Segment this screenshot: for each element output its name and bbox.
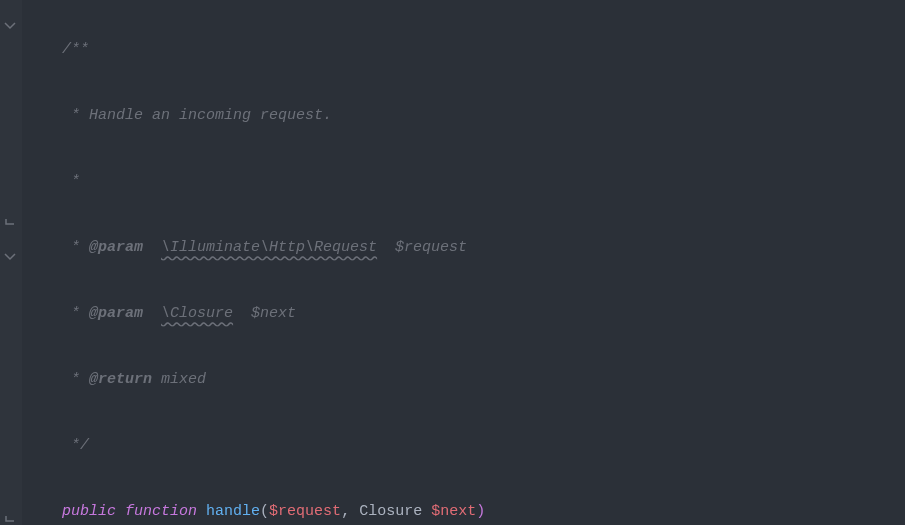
code-line[interactable]: /** [26, 33, 905, 66]
phpdoc-var: $next [251, 305, 296, 322]
code-line[interactable]: * Handle an incoming request. [26, 99, 905, 132]
code-line[interactable]: */ [26, 429, 905, 462]
docblock-summary: Handle an incoming request. [89, 107, 332, 124]
phpdoc-return-tag: @return [89, 371, 152, 388]
phpdoc-return-type: mixed [161, 371, 206, 388]
phpdoc-type: \Closure [161, 305, 233, 322]
fold-end-icon [4, 491, 16, 503]
code-editor[interactable]: /** * Handle an incoming request. * * @p… [0, 0, 905, 525]
code-line[interactable]: public function handle($request, Closure… [26, 495, 905, 525]
code-line[interactable]: * @param \Closure $next [26, 297, 905, 330]
paren-close: ) [476, 503, 485, 520]
phpdoc-param-tag: @param [89, 239, 143, 256]
code-line[interactable]: * @param \Illuminate\Http\Request $reque… [26, 231, 905, 264]
phpdoc-type: \Illuminate\Http\Request [161, 239, 377, 256]
code-line[interactable]: * @return mixed [26, 363, 905, 396]
code-area[interactable]: /** * Handle an incoming request. * * @p… [22, 0, 905, 525]
variable-request: $request [269, 503, 341, 520]
fold-marker-icon[interactable] [4, 0, 16, 8]
docblock-open: /** [26, 41, 89, 58]
fold-end-icon [4, 194, 16, 206]
fold-marker-icon[interactable] [4, 227, 16, 239]
variable-next: $next [431, 503, 476, 520]
keyword-public: public [62, 503, 116, 520]
phpdoc-var: $request [395, 239, 467, 256]
function-name: handle [206, 503, 260, 520]
docblock-close: */ [26, 437, 89, 454]
gutter [0, 0, 22, 525]
phpdoc-param-tag: @param [89, 305, 143, 322]
keyword-function: function [125, 503, 197, 520]
code-line[interactable]: * [26, 165, 905, 198]
type-closure: Closure [359, 503, 431, 520]
paren-open: ( [260, 503, 269, 520]
